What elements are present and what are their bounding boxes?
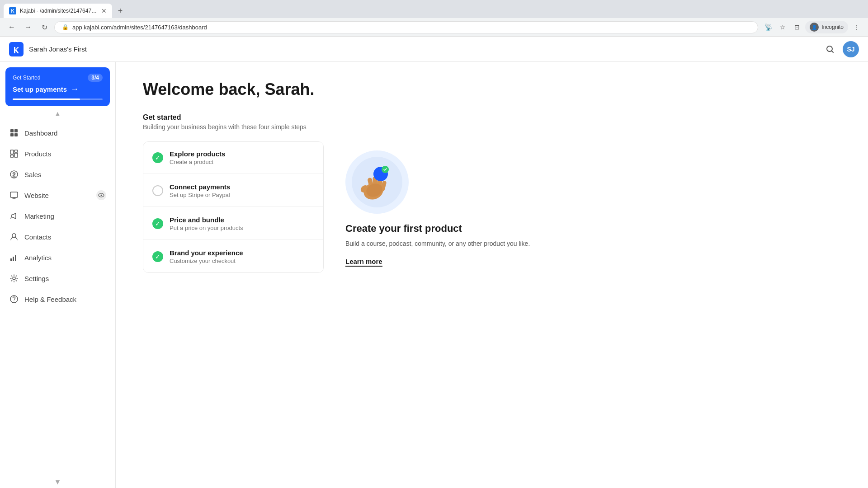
app-wrapper: Sarah Jonas's First SJ Get Started 3/4 S… [0, 37, 868, 488]
tab-favicon: K [9, 7, 16, 14]
step-text-connect: Connect payments Set up Stripe or Paypal [170, 183, 230, 198]
cast-icon[interactable]: 📡 [762, 21, 774, 33]
svg-rect-8 [14, 150, 18, 152]
product-card-title: Create your first product [345, 223, 462, 235]
steps-grid: ✓ Explore products Create a product Conn… [143, 141, 586, 276]
step-check-explore: ✓ [152, 152, 163, 163]
sidebar-item-marketing[interactable]: Marketing [0, 206, 115, 226]
learn-more-link[interactable]: Learn more [345, 258, 382, 267]
cta-progress-bar-track [13, 99, 103, 100]
svg-rect-7 [14, 153, 18, 157]
sidebar-item-sales[interactable]: Sales [0, 164, 115, 185]
step-check-price: ✓ [152, 218, 163, 229]
step-text-price: Price and bundle Put a price on your pro… [170, 216, 243, 231]
more-button[interactable]: ⋮ [850, 21, 863, 33]
lock-icon: 🔒 [62, 24, 69, 30]
help-label: Help & Feedback [24, 296, 76, 303]
scroll-indicator-up: ▲ [0, 110, 115, 117]
incognito-label: Incognito [821, 24, 844, 30]
tab-close-button[interactable]: ✕ [101, 7, 107, 14]
step-title-brand: Brand your experience [170, 249, 243, 257]
sidebar-item-settings[interactable]: Settings [0, 268, 115, 289]
url-text: app.kajabi.com/admin/sites/2147647163/da… [72, 24, 750, 31]
step-check-connect [152, 185, 163, 196]
new-tab-button[interactable]: + [114, 5, 127, 17]
settings-label: Settings [24, 275, 49, 282]
cta-step: 3/4 [88, 74, 103, 82]
sidebar-item-contacts[interactable]: Contacts [0, 226, 115, 247]
cta-label: Get Started [13, 75, 40, 81]
sidebar-nav: Dashboard Products Sales Website [0, 119, 115, 476]
dashboard-label: Dashboard [24, 129, 57, 137]
dashboard-icon [9, 128, 19, 138]
step-connect[interactable]: Connect payments Set up Stripe or Paypal [143, 175, 323, 207]
contacts-icon [9, 232, 19, 242]
svg-point-13 [101, 195, 102, 196]
sidebar-item-dashboard[interactable]: Dashboard [0, 122, 115, 143]
step-price[interactable]: ✓ Price and bundle Put a price on your p… [143, 208, 323, 240]
search-button[interactable] [823, 42, 837, 56]
incognito-badge[interactable]: 👤 Incognito [805, 21, 848, 33]
sidebar-item-website[interactable]: Website [0, 185, 115, 206]
marketing-label: Marketing [24, 212, 54, 220]
contacts-label: Contacts [24, 233, 51, 241]
browser-tab-active[interactable]: K Kajabi - /admin/sites/214764716... ✕ [4, 4, 112, 18]
svg-rect-11 [10, 192, 18, 197]
browser-toolbar: ← → ↻ 🔒 app.kajabi.com/admin/sites/21476… [0, 18, 868, 37]
main-inner: Welcome back, Sarah. Get started Buildin… [116, 62, 613, 303]
svg-rect-9 [10, 155, 14, 157]
get-started-heading: Get started [143, 113, 586, 122]
step-sub-price: Put a price on your products [170, 225, 243, 231]
sales-label: Sales [24, 171, 42, 178]
step-text-explore: Explore products Create a product [170, 150, 225, 165]
address-bar[interactable]: 🔒 app.kajabi.com/admin/sites/2147647163/… [54, 21, 758, 33]
sidebar-item-help[interactable]: Help & Feedback [0, 289, 115, 310]
scroll-indicator-down: ▼ [0, 476, 115, 488]
svg-rect-16 [13, 257, 14, 261]
reload-button[interactable]: ↻ [38, 21, 51, 33]
cta-top: Get Started 3/4 [13, 74, 103, 82]
steps-list: ✓ Explore products Create a product Conn… [143, 141, 324, 273]
sidebar-item-analytics[interactable]: Analytics [0, 247, 115, 268]
bookmark-icon[interactable]: ☆ [776, 21, 789, 33]
sidebar: Get Started 3/4 Set up payments → ▲ Dash… [0, 37, 116, 488]
step-title-explore: Explore products [170, 150, 225, 158]
cta-progress-bar-fill [13, 99, 80, 100]
svg-rect-6 [10, 150, 14, 154]
analytics-label: Analytics [24, 254, 52, 262]
analytics-icon [9, 253, 19, 263]
step-title-connect: Connect payments [170, 183, 230, 191]
tab-title: Kajabi - /admin/sites/214764716... [20, 8, 98, 14]
app-logo [9, 42, 24, 56]
svg-point-19 [13, 277, 15, 280]
user-avatar[interactable]: SJ [843, 41, 859, 57]
marketing-icon [9, 211, 19, 221]
product-illustration [345, 150, 409, 214]
svg-rect-4 [10, 133, 14, 136]
step-title-price: Price and bundle [170, 216, 243, 224]
back-button[interactable]: ← [5, 21, 18, 33]
sidebar-item-products[interactable]: Products [0, 143, 115, 164]
step-brand[interactable]: ✓ Brand your experience Customize your c… [143, 241, 323, 272]
get-started-cta[interactable]: Get Started 3/4 Set up payments → [5, 67, 110, 106]
cta-action: Set up payments → [13, 84, 103, 94]
step-sub-brand: Customize your checkout [170, 258, 243, 264]
step-explore[interactable]: ✓ Explore products Create a product [143, 142, 323, 174]
step-sub-explore: Create a product [170, 159, 225, 165]
profile-icon[interactable]: ⊡ [791, 21, 803, 33]
forward-button[interactable]: → [22, 21, 34, 33]
svg-point-21 [14, 300, 14, 301]
svg-point-14 [12, 234, 16, 237]
browser-chrome: K Kajabi - /admin/sites/214764716... ✕ +… [0, 0, 868, 37]
svg-rect-17 [15, 255, 16, 261]
step-sub-connect: Set up Stripe or Paypal [170, 192, 230, 198]
step-check-brand: ✓ [152, 251, 163, 262]
welcome-title: Welcome back, Sarah. [143, 80, 586, 99]
products-label: Products [24, 150, 51, 158]
cta-action-text: Set up payments [13, 85, 67, 93]
app-header: Sarah Jonas's First SJ [0, 37, 868, 62]
main-content: Welcome back, Sarah. Get started Buildin… [116, 37, 868, 488]
site-name: Sarah Jonas's First [29, 45, 87, 53]
product-card-description: Build a course, podcast, community, or a… [345, 239, 530, 249]
incognito-icon: 👤 [810, 23, 819, 32]
